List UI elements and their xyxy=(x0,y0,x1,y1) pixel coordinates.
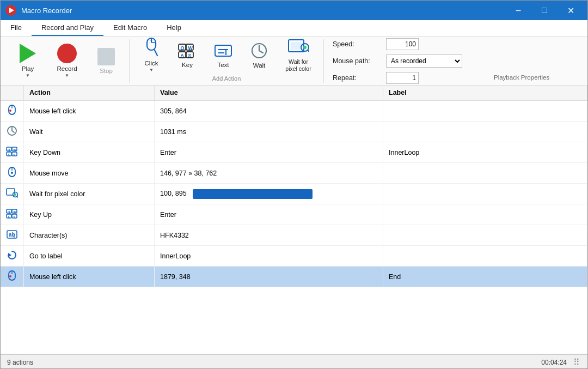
svg-point-29 xyxy=(9,110,11,112)
menu-edit-macro[interactable]: Edit Macro xyxy=(103,20,157,36)
status-right: 00:04:24 ⠿ xyxy=(541,357,581,367)
menu-file[interactable]: File xyxy=(1,20,32,36)
click-label: Click xyxy=(145,60,158,66)
svg-text:S: S xyxy=(188,53,192,58)
row-label xyxy=(383,184,587,204)
svg-rect-58 xyxy=(14,234,15,238)
text-icon xyxy=(213,42,233,59)
svg-rect-23 xyxy=(291,42,302,50)
row-value: 146, 977 » 38, 762 xyxy=(155,163,383,184)
row-action: Key Down xyxy=(24,142,155,163)
wait-pixel-label: Wait forpixel color xyxy=(285,58,311,72)
speed-input[interactable] xyxy=(386,38,419,50)
mouse-path-select[interactable]: As recorded Straight line Curved xyxy=(386,55,462,68)
mouse-path-row: Mouse path: As recorded Straight line Cu… xyxy=(333,55,479,68)
close-button[interactable]: ✕ xyxy=(558,1,583,20)
table-container[interactable]: Action Value Label Mouse left click305, … xyxy=(1,86,587,354)
svg-text:A: A xyxy=(8,215,10,219)
table-row[interactable]: Wait for pixel color100, 895 xyxy=(1,184,587,204)
text-label: Text xyxy=(217,62,229,68)
window-controls: – □ ✕ xyxy=(506,1,583,20)
play-button[interactable]: Play ▼ xyxy=(9,41,46,81)
svg-line-47 xyxy=(17,196,18,198)
playback-properties: Speed: Mouse path: As recorded Straight … xyxy=(324,39,487,83)
row-label xyxy=(383,122,587,142)
playback-section: Play ▼ Record ▼ Stop xyxy=(5,39,130,83)
svg-text:W: W xyxy=(14,210,17,214)
row-value: 1031 ms xyxy=(155,122,383,142)
text-button[interactable]: Text xyxy=(206,35,241,75)
svg-point-25 xyxy=(303,46,307,49)
menu-record-play[interactable]: Record and Play xyxy=(32,20,103,36)
app-logo xyxy=(5,4,17,16)
table-row[interactable]: QWASKey DownEnterInnerLoop xyxy=(1,142,587,163)
stop-label: Stop xyxy=(100,68,113,74)
record-label: Record xyxy=(57,65,77,72)
wait-button[interactable]: Wait xyxy=(242,35,277,75)
color-swatch xyxy=(193,189,313,199)
record-button[interactable]: Record ▼ xyxy=(48,41,85,81)
row-icon: ab xyxy=(1,225,24,246)
wait-pixel-icon xyxy=(287,38,309,56)
table-row[interactable]: abCharacter(s)HFK4332 xyxy=(1,225,587,246)
table-row[interactable]: Mouse left click305, 864 xyxy=(1,100,587,122)
row-label xyxy=(383,204,587,225)
table-row[interactable]: Wait1031 ms xyxy=(1,122,587,142)
add-action-section: Click ▼ Q W A S Key xyxy=(130,39,324,83)
row-value: Enter xyxy=(155,204,383,225)
play-label: Play xyxy=(22,65,34,72)
speed-label: Speed: xyxy=(333,40,382,48)
row-action: Wait for pixel color xyxy=(24,184,155,204)
main-content: Action Value Label Mouse left click305, … xyxy=(1,86,587,369)
svg-point-43 xyxy=(11,172,13,174)
row-icon xyxy=(1,100,24,122)
svg-point-62 xyxy=(9,275,11,277)
svg-text:S: S xyxy=(14,215,16,219)
row-action: Wait xyxy=(24,122,155,142)
svg-text:Q: Q xyxy=(8,210,10,214)
app-title: Macro Recorder xyxy=(21,7,506,15)
svg-text:W: W xyxy=(14,148,17,152)
record-icon xyxy=(57,44,77,63)
svg-line-21 xyxy=(259,51,263,53)
click-button[interactable]: Click ▼ xyxy=(134,35,169,75)
click-dropdown-arrow: ▼ xyxy=(149,68,154,72)
click-icon xyxy=(143,37,160,58)
table-row[interactable]: QWASKey UpEnter xyxy=(1,204,587,225)
menu-bar: File Record and Play Edit Macro Help xyxy=(1,20,587,37)
play-icon xyxy=(19,44,37,63)
status-bar: 9 actions 00:04:24 ⠿ xyxy=(1,354,587,369)
repeat-input[interactable] xyxy=(386,72,419,84)
minimize-button[interactable]: – xyxy=(506,1,531,20)
play-dropdown-arrow: ▼ xyxy=(26,73,30,78)
row-icon: QWAS xyxy=(1,142,24,163)
wait-icon xyxy=(250,41,268,60)
maximize-button[interactable]: □ xyxy=(532,1,557,20)
stop-icon xyxy=(97,48,115,65)
table-row[interactable]: Mouse left click1879, 348End xyxy=(1,267,587,287)
svg-line-6 xyxy=(155,50,157,56)
col-header-value: Value xyxy=(155,86,383,100)
svg-point-46 xyxy=(14,193,16,196)
svg-point-5 xyxy=(151,40,152,41)
row-label xyxy=(383,246,587,267)
table-row[interactable]: Mouse move146, 977 » 38, 762 xyxy=(1,163,587,184)
menu-help[interactable]: Help xyxy=(157,20,191,36)
row-action: Mouse left click xyxy=(24,267,155,287)
row-value: HFK4332 xyxy=(155,225,383,246)
table-row[interactable]: Go to labelInnerLoop xyxy=(1,246,587,267)
row-value: Enter xyxy=(155,142,383,163)
speed-row: Speed: xyxy=(333,38,479,50)
row-icon xyxy=(1,267,24,287)
svg-line-26 xyxy=(308,50,309,53)
wait-pixel-button[interactable]: Wait forpixel color xyxy=(278,35,319,75)
row-label: End xyxy=(383,267,587,287)
svg-text:Q: Q xyxy=(8,148,10,152)
key-button[interactable]: Q W A S Key xyxy=(170,35,205,75)
toolbar: Play ▼ Record ▼ Stop xyxy=(1,37,587,86)
row-label xyxy=(383,100,587,122)
row-label: InnerLoop xyxy=(383,142,587,163)
col-header-label: Label xyxy=(383,86,587,100)
record-dropdown-arrow: ▼ xyxy=(65,73,69,78)
col-header-action: Action xyxy=(24,86,155,100)
